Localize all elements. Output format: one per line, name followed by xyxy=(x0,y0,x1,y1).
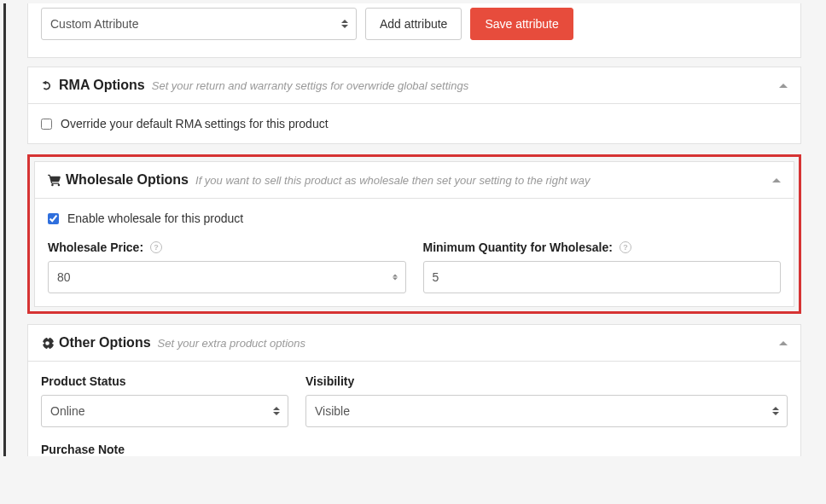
chevron-up-icon[interactable] xyxy=(779,84,788,88)
wholesale-highlight: Wholesale Options If you want to sell th… xyxy=(27,154,801,314)
wholesale-panel-title: Wholesale Options xyxy=(48,172,189,188)
override-rma-label: Override your default RMA settings for t… xyxy=(61,117,329,130)
other-panel-header[interactable]: Other Options Set your extra product opt… xyxy=(28,325,800,362)
wholesale-title-text: Wholesale Options xyxy=(66,172,189,188)
wholesale-subtitle: If you want to sell this product as whol… xyxy=(195,174,590,187)
rma-title-text: RMA Options xyxy=(59,78,145,93)
attribute-type-select-wrap: Custom Attribute xyxy=(41,8,357,40)
help-icon[interactable]: ? xyxy=(150,241,162,253)
add-attribute-button[interactable]: Add attribute xyxy=(365,8,462,40)
rma-subtitle: Set your return and warranty settigs for… xyxy=(152,79,468,92)
other-options-panel: Other Options Set your extra product opt… xyxy=(27,324,801,456)
cart-icon xyxy=(48,174,61,187)
rma-panel-body: Override your default RMA settings for t… xyxy=(28,104,800,143)
product-status-select[interactable]: Online xyxy=(41,395,288,427)
attribute-type-select[interactable]: Custom Attribute xyxy=(41,8,357,40)
wholesale-price-input[interactable] xyxy=(48,261,406,293)
override-rma-checkbox[interactable] xyxy=(41,119,52,130)
chevron-up-icon[interactable] xyxy=(779,341,788,345)
product-status-label: Product Status xyxy=(41,374,288,388)
other-panel-title: Other Options xyxy=(41,335,151,350)
wholesale-panel-header[interactable]: Wholesale Options If you want to sell th… xyxy=(35,162,794,199)
enable-wholesale-label: Enable wholesale for this product xyxy=(67,211,243,225)
enable-wholesale-checkbox[interactable] xyxy=(48,213,59,224)
wholesale-price-label: Wholesale Price: xyxy=(48,240,143,254)
help-icon[interactable]: ? xyxy=(620,241,631,253)
other-panel-body: Product Status Online Visibility Vi xyxy=(28,362,800,456)
visibility-label: Visibility xyxy=(305,374,788,388)
wholesale-options-panel: Wholesale Options If you want to sell th… xyxy=(34,161,794,307)
undo-icon xyxy=(41,79,54,92)
purchase-note-label: Purchase Note xyxy=(41,443,788,456)
wholesale-panel-body: Enable wholesale for this product Wholes… xyxy=(35,199,794,306)
chevron-up-icon[interactable] xyxy=(772,178,781,182)
other-subtitle: Set your extra product options xyxy=(158,337,305,350)
wholesale-min-qty-input[interactable] xyxy=(423,261,782,293)
wholesale-min-qty-label: Minimum Quantity for Wholesale: xyxy=(423,240,613,254)
rma-panel-header[interactable]: RMA Options Set your return and warranty… xyxy=(28,67,800,104)
save-attribute-button[interactable]: Save attribute xyxy=(470,8,573,40)
attribute-toolbar: Custom Attribute Add attribute Save attr… xyxy=(27,3,801,58)
visibility-select[interactable]: Visible xyxy=(305,395,788,427)
rma-options-panel: RMA Options Set your return and warranty… xyxy=(27,67,801,144)
rma-panel-title: RMA Options xyxy=(41,78,145,93)
gear-icon xyxy=(41,337,54,350)
other-title-text: Other Options xyxy=(59,335,151,350)
